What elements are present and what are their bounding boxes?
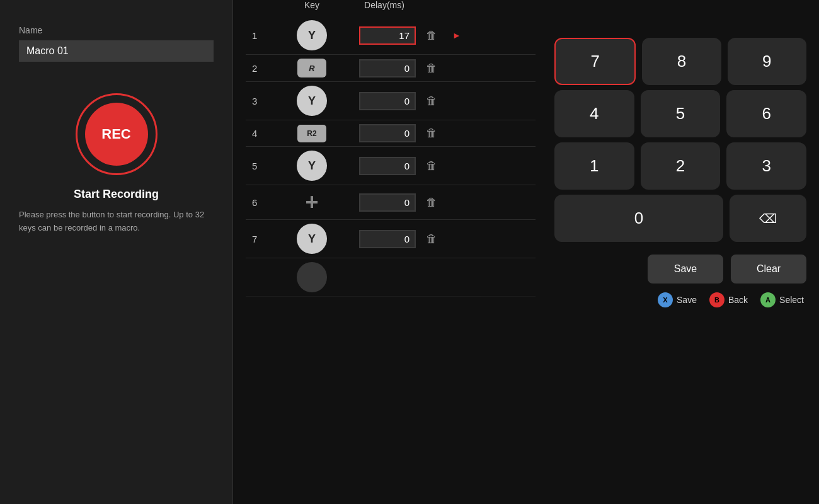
key-icon-y: Y bbox=[297, 20, 327, 50]
rec-button[interactable]: REC bbox=[85, 103, 148, 166]
delay-input-4[interactable] bbox=[359, 124, 416, 142]
numpad-btn-5[interactable]: 5 bbox=[641, 90, 721, 137]
table-row: 2 R 🗑 bbox=[246, 55, 536, 82]
table-row: 6 🗑 bbox=[246, 185, 536, 220]
numpad-section: 7 8 9 4 5 6 1 2 3 0 ⌫ Save bbox=[548, 0, 819, 504]
col-delay-header: Delay(ms) bbox=[346, 0, 422, 10]
numpad-area: 7 8 9 4 5 6 1 2 3 0 ⌫ bbox=[548, 32, 819, 248]
table-row: 7 Y 🗑 bbox=[246, 220, 536, 258]
footer-bar: X Save B Back A Select bbox=[548, 289, 819, 312]
table-row: 1 Y 🗑 ► bbox=[246, 16, 536, 55]
numpad-btn-2[interactable]: 2 bbox=[641, 142, 721, 190]
table-row: 4 R2 🗑 bbox=[246, 120, 536, 147]
delete-icon-2[interactable]: 🗑 bbox=[426, 62, 437, 75]
delete-icon-3[interactable]: 🗑 bbox=[426, 94, 437, 108]
delete-icon-4[interactable]: 🗑 bbox=[426, 127, 437, 140]
a-icon: A bbox=[760, 292, 776, 307]
delay-input-5[interactable] bbox=[359, 157, 416, 175]
numpad-btn-8[interactable]: 8 bbox=[642, 38, 721, 85]
key-icon-r2: R2 bbox=[297, 125, 326, 142]
table-header: Key Delay(ms) bbox=[246, 0, 536, 16]
numpad-btn-1[interactable]: 1 bbox=[554, 142, 634, 190]
table-row: 5 Y 🗑 bbox=[246, 147, 536, 185]
numpad-btn-0[interactable]: 0 bbox=[554, 195, 723, 242]
delay-input-3[interactable] bbox=[359, 92, 416, 110]
numpad-btn-backspace[interactable]: ⌫ bbox=[730, 195, 806, 242]
rec-button-outer: REC bbox=[76, 93, 158, 175]
numpad-row-0-bs: 0 ⌫ bbox=[554, 195, 806, 242]
key-icon-dpad bbox=[299, 189, 325, 215]
numpad-btn-9[interactable]: 9 bbox=[728, 38, 806, 85]
footer-b-back: B Back bbox=[709, 292, 748, 307]
save-clear-row: Save Clear bbox=[548, 248, 819, 289]
rec-area: REC Start Recording Please press the but… bbox=[19, 93, 214, 235]
numpad-btn-3[interactable]: 3 bbox=[726, 142, 806, 190]
key-icon-y: Y bbox=[297, 151, 327, 181]
b-icon: B bbox=[709, 292, 724, 307]
delete-icon-1[interactable]: 🗑 bbox=[426, 29, 437, 42]
numpad-row-456: 4 5 6 bbox=[554, 90, 806, 137]
delete-icon-6[interactable]: 🗑 bbox=[426, 196, 437, 209]
table-row-partial bbox=[246, 258, 536, 297]
delay-input-1[interactable] bbox=[359, 26, 416, 45]
play-icon-1: ► bbox=[452, 30, 461, 40]
numpad-btn-6[interactable]: 6 bbox=[726, 90, 806, 137]
col-key-header: Key bbox=[284, 0, 340, 10]
table-area: Key Delay(ms) 1 Y 🗑 ► 2 R bbox=[233, 0, 548, 504]
name-label: Name bbox=[19, 25, 42, 35]
numpad-row-123: 1 2 3 bbox=[554, 142, 806, 190]
numpad-btn-7[interactable]: 7 bbox=[554, 38, 636, 85]
footer-back-label: Back bbox=[728, 295, 748, 305]
footer-a-select: A Select bbox=[760, 292, 804, 307]
key-icon-y: Y bbox=[297, 86, 327, 116]
clear-button[interactable]: Clear bbox=[731, 255, 806, 284]
delay-input-6[interactable] bbox=[359, 193, 416, 212]
delay-input-2[interactable] bbox=[359, 59, 416, 77]
save-button[interactable]: Save bbox=[648, 255, 723, 284]
footer-save-label: Save bbox=[677, 295, 697, 305]
key-icon-r: R bbox=[297, 59, 326, 77]
delay-input-7[interactable] bbox=[359, 230, 416, 248]
numpad-row-789: 7 8 9 bbox=[554, 38, 806, 85]
right-section: Key Delay(ms) 1 Y 🗑 ► 2 R bbox=[233, 0, 819, 504]
start-recording-desc: Please press the button to start recordi… bbox=[19, 209, 214, 235]
footer-x-save: X Save bbox=[658, 292, 697, 307]
delete-icon-7[interactable]: 🗑 bbox=[426, 232, 437, 246]
x-icon: X bbox=[658, 292, 673, 307]
numpad-btn-4[interactable]: 4 bbox=[554, 90, 634, 137]
key-icon-partial bbox=[297, 262, 327, 292]
footer-select-label: Select bbox=[779, 295, 804, 305]
delete-icon-5[interactable]: 🗑 bbox=[426, 159, 437, 173]
start-recording-title: Start Recording bbox=[74, 188, 159, 201]
key-icon-y: Y bbox=[297, 224, 327, 254]
left-panel: Name REC Start Recording Please press th… bbox=[0, 0, 233, 504]
table-row: 3 Y 🗑 bbox=[246, 82, 536, 120]
macro-name-input[interactable] bbox=[19, 40, 214, 62]
